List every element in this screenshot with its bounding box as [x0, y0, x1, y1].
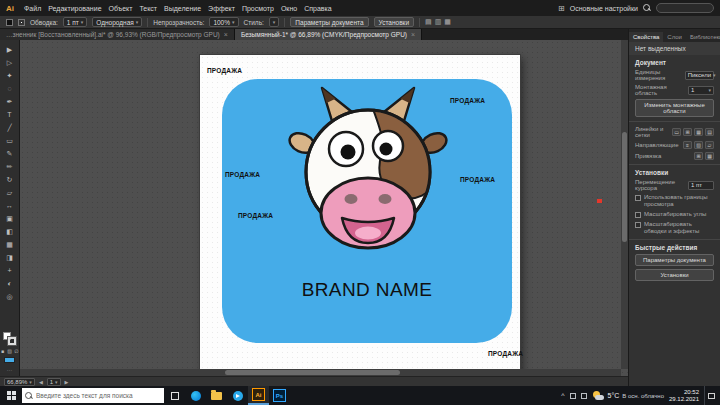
- workspace-switcher[interactable]: Основные настройки: [570, 5, 638, 12]
- watermark-text[interactable]: ПРОДАЖА: [460, 176, 495, 183]
- scrollbar-thumb[interactable]: [622, 132, 627, 242]
- preferences-button[interactable]: Установки: [635, 269, 714, 281]
- prev-artboard-icon[interactable]: ◀: [39, 379, 43, 385]
- style-select[interactable]: ▾: [269, 17, 280, 27]
- rectangle-tool[interactable]: ▭: [0, 134, 20, 147]
- active-color-swatch[interactable]: [4, 357, 15, 363]
- gradient-tool[interactable]: ◨: [0, 251, 20, 264]
- show-rulers-icon[interactable]: ▭: [672, 128, 681, 136]
- artboard[interactable]: BRAND NAME ПРОДАЖА ПРОДАЖА ПРОДАЖА ПРОДА…: [200, 55, 520, 376]
- stroke-color-swatch[interactable]: [18, 19, 25, 26]
- brand-name-text[interactable]: BRAND NAME: [222, 279, 512, 301]
- menu-item[interactable]: Окно: [281, 5, 297, 12]
- align-vertical-icon[interactable]: ▥: [435, 18, 442, 26]
- checkbox[interactable]: [635, 212, 641, 218]
- menu-item[interactable]: Редактирование: [48, 5, 101, 12]
- line-tool[interactable]: ╱: [0, 121, 20, 134]
- edit-artboards-button[interactable]: Изменить монтажные области: [635, 99, 714, 117]
- stroke-weight-select[interactable]: 1 пт ▾: [63, 17, 87, 27]
- checkbox[interactable]: [635, 195, 641, 201]
- document-setup-button[interactable]: Параметры документа: [635, 254, 714, 266]
- zoom-tool[interactable]: ◎: [0, 290, 20, 303]
- scrollbar-thumb[interactable]: [225, 370, 400, 375]
- none-button[interactable]: ∅: [14, 348, 20, 354]
- document-tab-recovered[interactable]: …зненник [Восстановленный].ai* @ 96,93% …: [0, 29, 235, 40]
- fill-stroke-swatches[interactable]: [3, 332, 16, 345]
- next-artboard-icon[interactable]: ▶: [65, 379, 69, 385]
- task-view-button[interactable]: [164, 386, 185, 405]
- brush-select[interactable]: Однородная ▾: [92, 17, 142, 27]
- canvas-viewport[interactable]: BRAND NAME ПРОДАЖА ПРОДАЖА ПРОДАЖА ПРОДА…: [20, 40, 628, 376]
- distribute-icon[interactable]: ▦: [444, 18, 451, 26]
- stroke-swatch[interactable]: [8, 337, 16, 345]
- type-tool[interactable]: T: [0, 108, 20, 121]
- notification-center-button[interactable]: [704, 386, 718, 405]
- watermark-text[interactable]: ПРОДАЖА: [207, 67, 242, 74]
- menu-item[interactable]: Файл: [24, 5, 41, 12]
- watermark-text[interactable]: ПРОДАЖА: [488, 350, 523, 357]
- pencil-tool[interactable]: ✏: [0, 160, 20, 173]
- paintbrush-tool[interactable]: ✎: [0, 147, 20, 160]
- illustrator-app-button[interactable]: Ai: [248, 386, 269, 405]
- telegram-button[interactable]: [227, 386, 248, 405]
- menu-item[interactable]: Справка: [304, 5, 331, 12]
- watermark-text[interactable]: ПРОДАЖА: [450, 97, 485, 104]
- explorer-button[interactable]: [206, 386, 227, 405]
- tab-layers[interactable]: Слои: [663, 32, 686, 42]
- tab-libraries[interactable]: Библиотеки: [686, 32, 720, 42]
- snap-guides-icon[interactable]: ▱: [705, 141, 714, 149]
- toolbar-more-button[interactable]: …: [7, 366, 13, 372]
- search-input[interactable]: [36, 389, 161, 402]
- horizontal-scrollbar[interactable]: [20, 369, 621, 376]
- preferences-button[interactable]: Установки: [374, 17, 415, 27]
- document-setup-button[interactable]: Параметры документа: [290, 17, 368, 27]
- blend-tool[interactable]: ◐: [0, 277, 20, 290]
- width-tool[interactable]: ↔: [0, 199, 20, 212]
- checkbox[interactable]: [635, 222, 641, 228]
- watermark-text[interactable]: ПРОДАЖА: [238, 212, 273, 219]
- scale-tool[interactable]: ▱: [0, 186, 20, 199]
- tray-expand-icon[interactable]: ^: [561, 392, 564, 399]
- browser-button[interactable]: [185, 386, 206, 405]
- tab-properties[interactable]: Свойства: [629, 32, 663, 42]
- watermark-text[interactable]: ПРОДАЖА: [225, 171, 260, 178]
- color-button[interactable]: ■: [0, 348, 6, 354]
- help-search-box[interactable]: [656, 3, 714, 13]
- show-guides-icon[interactable]: ≡: [683, 141, 692, 149]
- menu-item[interactable]: Текст: [139, 5, 157, 12]
- free-transform-tool[interactable]: ▣: [0, 212, 20, 225]
- tray-icon[interactable]: [570, 393, 576, 399]
- snap-grid-icon[interactable]: ▦: [694, 128, 703, 136]
- menu-item[interactable]: Эффект: [208, 5, 235, 12]
- tray-icon[interactable]: [581, 393, 587, 399]
- menu-item[interactable]: Объект: [109, 5, 133, 12]
- rotate-tool[interactable]: ↻: [0, 173, 20, 186]
- menu-item[interactable]: Выделение: [164, 5, 201, 12]
- lasso-tool[interactable]: ◌: [0, 82, 20, 95]
- snap-point-icon[interactable]: ⊞: [694, 152, 703, 160]
- pen-tool[interactable]: ✒: [0, 95, 20, 108]
- gradient-button[interactable]: ▨: [7, 348, 13, 354]
- weather-widget[interactable]: 5°C В осн. облачно: [592, 391, 664, 401]
- mesh-tool[interactable]: ▦: [0, 238, 20, 251]
- vertical-scrollbar[interactable]: [621, 40, 628, 369]
- search-icon[interactable]: [643, 4, 651, 12]
- fill-color-swatch[interactable]: [6, 19, 13, 26]
- menu-item[interactable]: Просмотр: [242, 5, 274, 12]
- snap-pixel-icon[interactable]: ▦: [705, 152, 714, 160]
- shape-builder-tool[interactable]: ◧: [0, 225, 20, 238]
- direct-selection-tool[interactable]: ▷: [0, 56, 20, 69]
- artboard-nav-select[interactable]: 1 ▾: [47, 378, 61, 386]
- close-icon[interactable]: ×: [224, 31, 228, 38]
- align-horizontal-icon[interactable]: ▤: [425, 18, 432, 26]
- start-button[interactable]: [0, 386, 22, 405]
- cow-illustration[interactable]: [288, 85, 448, 255]
- increment-input[interactable]: 1 пт: [688, 181, 714, 190]
- lock-guides-icon[interactable]: ▨: [694, 141, 703, 149]
- selection-tool[interactable]: ▶: [0, 43, 20, 56]
- magic-wand-tool[interactable]: ✦: [0, 69, 20, 82]
- clock[interactable]: 20:52 29.12.2021: [669, 389, 699, 403]
- units-select[interactable]: Пиксели ▾: [685, 71, 714, 80]
- photoshop-app-button[interactable]: Ps: [269, 386, 290, 405]
- opacity-select[interactable]: 100% ▾: [209, 17, 238, 27]
